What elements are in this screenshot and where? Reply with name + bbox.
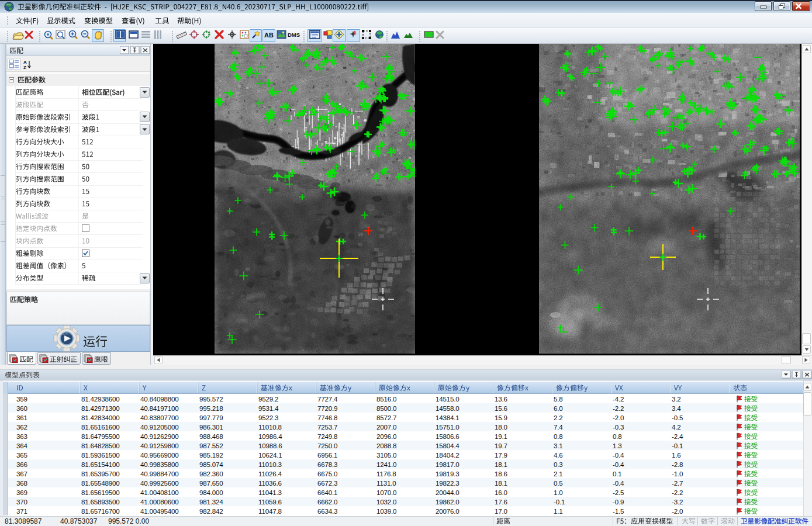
svg-text:Z: Z: [23, 65, 26, 69]
svg-text:DMS: DMS: [288, 32, 300, 38]
svg-text:AB: AB: [264, 32, 274, 39]
svg-text:A: A: [23, 60, 27, 65]
